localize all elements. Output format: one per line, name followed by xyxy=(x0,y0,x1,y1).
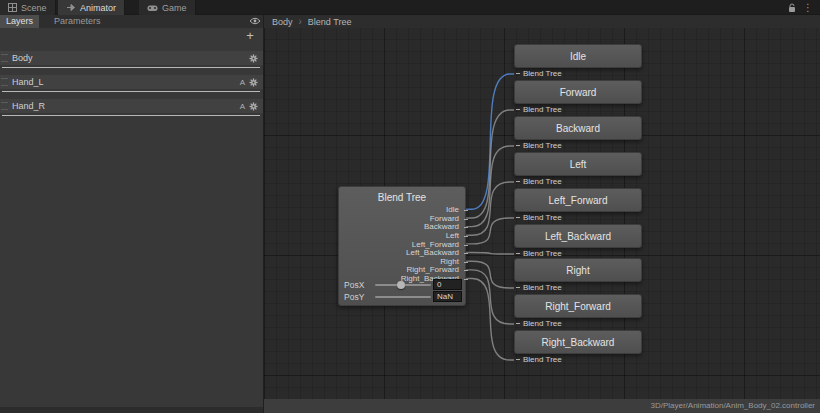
input-port-text: Blend Tree xyxy=(523,69,562,78)
motion-node[interactable]: Left_Backward xyxy=(514,224,642,248)
drag-handle-icon xyxy=(1,78,8,86)
blendtree-node-title: Blend Tree xyxy=(339,192,465,203)
input-port-label: Blend Tree xyxy=(516,319,562,328)
chevron-right-icon: › xyxy=(299,16,302,27)
kebab-menu-icon[interactable]: ⋮ xyxy=(802,2,814,13)
motion-node[interactable]: Right_Forward xyxy=(514,294,642,318)
tab-parameters[interactable]: Parameters xyxy=(48,15,107,28)
animator-icon xyxy=(66,3,76,12)
input-port-text: Blend Tree xyxy=(523,213,562,222)
blendtree-outputs: IdleForwardBackwardLeftLeft_ForwardLeft_… xyxy=(401,206,459,284)
transition-curve[interactable] xyxy=(466,218,514,244)
left-panel-tabs: Layers Parameters xyxy=(0,15,263,28)
transition-curve[interactable] xyxy=(466,253,514,254)
gear-icon[interactable] xyxy=(249,54,258,63)
gear-icon[interactable] xyxy=(249,78,258,87)
tab-game-label: Game xyxy=(162,3,187,13)
layer-row-controls xyxy=(249,54,263,63)
input-port-text: Blend Tree xyxy=(523,355,562,364)
motion-node-title: Right xyxy=(515,259,641,283)
input-port-text: Blend Tree xyxy=(523,105,562,114)
input-port-label: Blend Tree xyxy=(516,213,562,222)
layer-name: Hand_R xyxy=(12,101,45,111)
layer-row[interactable]: Hand_RA xyxy=(0,99,263,113)
transition-curve[interactable] xyxy=(466,261,514,288)
motion-node-title: Right_Forward xyxy=(515,295,641,319)
tab-animator[interactable]: Animator xyxy=(58,0,125,15)
avatar-mask-indicator: A xyxy=(240,78,245,87)
input-port-text: Blend Tree xyxy=(523,177,562,186)
input-port[interactable] xyxy=(516,253,520,254)
tab-layers[interactable]: Layers xyxy=(0,15,39,28)
param-label: PosX xyxy=(344,280,364,290)
blendtree-graph[interactable]: Body›Blend Tree Blend Tree IdleForwardBa… xyxy=(263,15,820,413)
controller-path: 3D/Player/Animation/Anim_Body_02.control… xyxy=(264,399,820,413)
param-value-field[interactable]: NaN xyxy=(433,291,462,302)
input-port-label: Blend Tree xyxy=(516,355,562,364)
output-port[interactable] xyxy=(464,210,468,211)
output-port[interactable] xyxy=(464,262,468,263)
input-port[interactable] xyxy=(516,217,520,218)
param-value-field[interactable]: 0 xyxy=(433,279,462,290)
output-port[interactable] xyxy=(464,236,468,237)
motion-node[interactable]: Left xyxy=(514,152,642,176)
gear-icon[interactable] xyxy=(249,102,258,111)
blendtree-node[interactable]: Blend Tree IdleForwardBackwardLeftLeft_F… xyxy=(338,186,466,306)
input-port[interactable] xyxy=(516,287,520,288)
tab-animator-label: Animator xyxy=(80,3,116,13)
param-label: PosY xyxy=(344,292,364,302)
param-slider[interactable] xyxy=(375,296,431,298)
tab-game[interactable]: Game xyxy=(139,0,196,15)
input-port-label: Blend Tree xyxy=(516,105,562,114)
breadcrumb: Body›Blend Tree xyxy=(264,15,820,28)
blendtree-params: PosX0PosYNaN xyxy=(339,279,465,303)
layer-name: Hand_L xyxy=(12,77,44,87)
eye-icon[interactable] xyxy=(249,17,261,25)
input-port-text: Blend Tree xyxy=(523,283,562,292)
motion-node[interactable]: Forward xyxy=(514,80,642,104)
output-port[interactable] xyxy=(464,253,468,254)
input-port[interactable] xyxy=(516,73,520,74)
layer-row[interactable]: Body xyxy=(0,51,263,65)
panel-footer xyxy=(0,407,263,413)
input-port[interactable] xyxy=(516,145,520,146)
input-port-label: Blend Tree xyxy=(516,249,562,258)
param-slider[interactable] xyxy=(375,284,431,286)
input-port[interactable] xyxy=(516,323,520,324)
motion-node[interactable]: Left_Forward xyxy=(514,188,642,212)
breadcrumb-item[interactable]: Body xyxy=(272,17,293,27)
editor-tabbar: Scene Animator Game ⋮ xyxy=(0,0,820,15)
motion-node[interactable]: Idle xyxy=(514,44,642,68)
motion-node[interactable]: Right xyxy=(514,258,642,282)
motion-node-title: Backward xyxy=(515,117,641,141)
output-port[interactable] xyxy=(464,270,468,271)
add-layer-button[interactable]: + xyxy=(243,30,257,43)
layer-weight-bar xyxy=(2,115,260,116)
layer-row[interactable]: Hand_LA xyxy=(0,75,263,89)
input-port-text: Blend Tree xyxy=(523,319,562,328)
input-port[interactable] xyxy=(516,359,520,360)
motion-node-title: Idle xyxy=(515,45,641,69)
layer-weight-bar xyxy=(2,91,260,92)
tab-scene[interactable]: Scene xyxy=(0,0,56,15)
input-port-text: Blend Tree xyxy=(523,249,562,258)
output-port[interactable] xyxy=(464,227,468,228)
input-port-label: Blend Tree xyxy=(516,177,562,186)
motion-node-title: Forward xyxy=(515,81,641,105)
output-port[interactable] xyxy=(464,245,468,246)
input-port[interactable] xyxy=(516,181,520,182)
input-port[interactable] xyxy=(516,109,520,110)
motion-node-title: Left_Forward xyxy=(515,189,641,213)
kebab-glyph: ⋮ xyxy=(803,2,813,13)
game-icon xyxy=(147,4,158,12)
output-port[interactable] xyxy=(464,219,468,220)
breadcrumb-item[interactable]: Blend Tree xyxy=(308,17,352,27)
motion-node[interactable]: Backward xyxy=(514,116,642,140)
motion-node-title: Left_Backward xyxy=(515,225,641,249)
input-port-label: Blend Tree xyxy=(516,283,562,292)
slider-knob[interactable] xyxy=(397,281,405,289)
lock-icon[interactable] xyxy=(786,2,798,13)
drag-handle-icon xyxy=(1,54,8,62)
param-row: PosX0 xyxy=(339,279,465,291)
motion-node[interactable]: Right_Backward xyxy=(514,330,642,354)
